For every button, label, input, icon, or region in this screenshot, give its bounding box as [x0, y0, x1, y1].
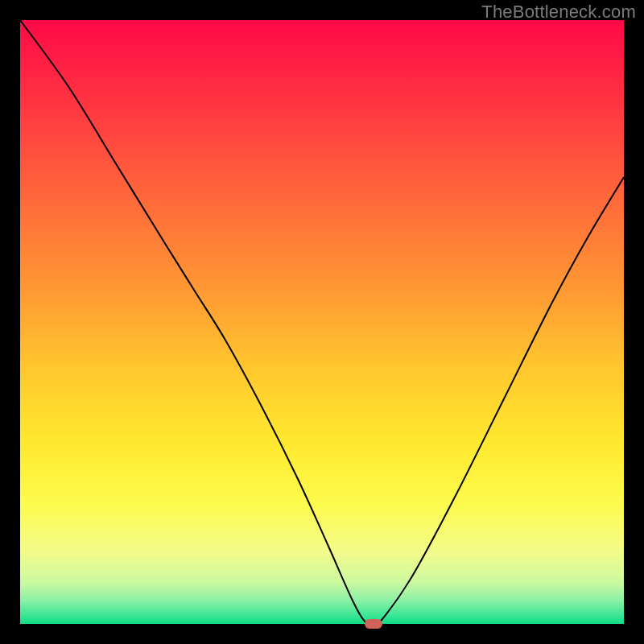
optimal-marker [365, 619, 382, 629]
bottleneck-curve [20, 20, 624, 624]
plot-area [20, 20, 624, 624]
